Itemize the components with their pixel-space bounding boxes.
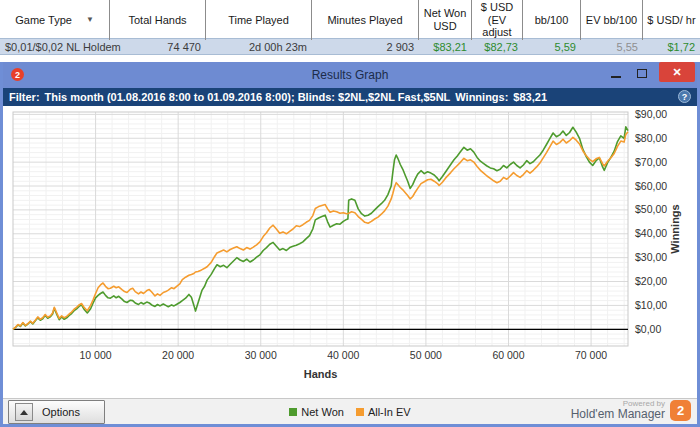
column-header-label: Game Type (15, 14, 72, 27)
svg-text:$40,00: $40,00 (635, 227, 667, 239)
svg-text:$60,00: $60,00 (635, 180, 667, 192)
maximize-button[interactable] (629, 62, 655, 84)
svg-text:40 000: 40 000 (327, 349, 359, 361)
cell-net-won-usd: $83,21 (419, 39, 472, 54)
winnings-value: $83,21 (513, 91, 547, 103)
minimize-icon (611, 76, 621, 78)
cell-minutes-played: 2 903 (312, 39, 419, 54)
hm2-app-icon: 2 (11, 68, 24, 81)
svg-text:$80,00: $80,00 (635, 132, 667, 144)
column-header-time-played[interactable]: Time Played (206, 0, 312, 40)
stats-table: Game Type ▼ Total Hands Time Played Minu… (0, 0, 700, 55)
svg-text:20 000: 20 000 (162, 349, 194, 361)
winnings-label: Winnings: (455, 91, 508, 103)
svg-text:$50,00: $50,00 (635, 203, 667, 215)
cell-usd-hr: $1,72 (643, 39, 700, 54)
svg-text:$10,00: $10,00 (635, 299, 667, 311)
filter-bar: Filter: This month (01.08.2016 8:00 to 0… (3, 88, 697, 106)
options-label: Options (42, 406, 80, 418)
svg-text:$90,00: $90,00 (635, 108, 667, 120)
cell-usd-ev-adjust: $82,73 (472, 39, 523, 54)
cell-bb100: 5,59 (523, 39, 581, 54)
svg-text:50 000: 50 000 (410, 349, 442, 361)
net-won-swatch-icon (289, 408, 297, 416)
column-header-usd-ev-adjust[interactable]: $ USD (EV adjust (472, 0, 523, 40)
cell-ev-bb100: 5,55 (581, 39, 643, 54)
series-line-1 (13, 132, 628, 329)
results-graph-window: 2 Results Graph ✕ Filter: This month (01… (0, 62, 700, 427)
column-header-ev-bb100[interactable]: EV bb/100 (581, 0, 643, 40)
svg-text:30 000: 30 000 (245, 349, 277, 361)
sort-dropdown-icon[interactable]: ▼ (86, 15, 94, 24)
close-icon: ✕ (672, 66, 681, 79)
filter-label: Filter: (9, 91, 40, 103)
legend-label-net-won: Net Won (301, 406, 344, 418)
legend-item-net-won: Net Won (289, 406, 344, 418)
svg-text:$70,00: $70,00 (635, 156, 667, 168)
column-header-minutes-played[interactable]: Minutes Played (312, 0, 419, 40)
table-row[interactable]: $0,01/$0,02 NL Holdem 74 470 2d 00h 23m … (0, 38, 700, 55)
column-header-bb100[interactable]: bb/100 (523, 0, 581, 40)
legend-label-allin-ev: All-In EV (368, 406, 411, 418)
cell-total-hands: 74 470 (110, 39, 206, 54)
options-button[interactable]: Options (8, 400, 105, 424)
window-titlebar[interactable]: 2 Results Graph ✕ (3, 62, 697, 88)
svg-text:Winnings: Winnings (669, 204, 681, 253)
svg-text:$30,00: $30,00 (635, 251, 667, 263)
chart-legend: Net Won All-In EV (289, 406, 410, 418)
svg-text:$0,00: $0,00 (635, 323, 661, 335)
allin-ev-swatch-icon (356, 408, 364, 416)
hm2-logo-icon: 2 (670, 400, 691, 421)
maximize-icon (637, 69, 647, 78)
legend-item-allin-ev: All-In EV (356, 406, 411, 418)
column-header-usd-hr[interactable]: $ USD/ hr (643, 0, 700, 40)
help-button[interactable]: ? (678, 90, 691, 103)
cell-game-type: $0,01/$0,02 NL Holdem (0, 39, 110, 54)
window-title: Results Graph (3, 68, 697, 82)
bottom-toolbar: Options Net Won All-In EV Powered by Hol… (3, 398, 697, 424)
close-button[interactable]: ✕ (659, 62, 695, 82)
powered-by-branding: Powered by Hold'em Manager 2 (571, 400, 691, 421)
filter-text: This month (01.08.2016 8:00 to 01.09.201… (45, 91, 451, 103)
options-expand-box[interactable] (15, 403, 33, 421)
svg-text:Hands: Hands (304, 368, 338, 380)
column-header-net-won-usd[interactable]: Net Won USD (419, 0, 472, 40)
results-chart-svg: 10 00020 00030 00040 00050 00060 00070 0… (3, 106, 697, 398)
minimize-button[interactable] (603, 62, 629, 84)
column-header-game-type[interactable]: Game Type ▼ (0, 0, 110, 40)
stats-table-header: Game Type ▼ Total Hands Time Played Minu… (0, 0, 700, 38)
svg-text:10 000: 10 000 (80, 349, 112, 361)
brand-name: Hold'em Manager (571, 408, 665, 421)
cell-time-played: 2d 00h 23m (206, 39, 312, 54)
column-header-total-hands[interactable]: Total Hands (110, 0, 206, 40)
arrow-up-icon (20, 410, 28, 415)
chart-panel: 10 00020 00030 00040 00050 00060 00070 0… (3, 106, 697, 398)
svg-text:70 000: 70 000 (575, 349, 607, 361)
svg-text:$20,00: $20,00 (635, 275, 667, 287)
svg-text:60 000: 60 000 (492, 349, 524, 361)
